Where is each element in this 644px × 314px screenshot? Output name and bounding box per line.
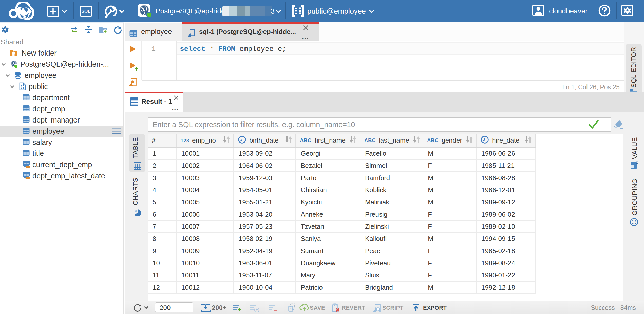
svg-text:(+): (+) xyxy=(254,307,259,312)
